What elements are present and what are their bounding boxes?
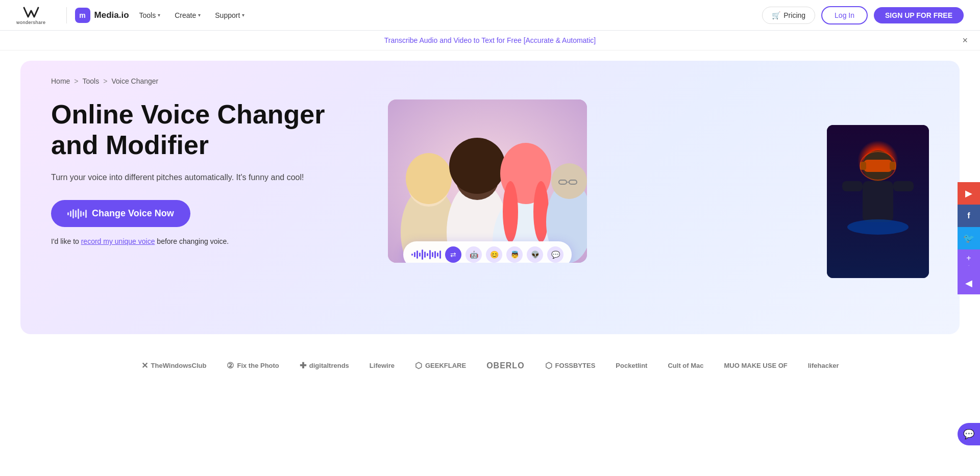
partner-lifehacker: lifehacker bbox=[808, 362, 839, 369]
tools-chevron: ▾ bbox=[158, 12, 160, 18]
facebook-button[interactable]: f bbox=[958, 205, 980, 227]
hero-description: Turn your voice into different pitches a… bbox=[51, 171, 327, 184]
hero-secondary-image bbox=[827, 125, 929, 278]
angel-icon[interactable]: 👼 bbox=[506, 246, 523, 263]
partner-muo: MUO MAKE USE OF bbox=[724, 362, 788, 369]
svg-point-10 bbox=[503, 181, 518, 242]
fix-label: Fix the Photo bbox=[237, 362, 279, 369]
partner-pocketlint: Pocketlint bbox=[616, 362, 647, 369]
facebook-icon: f bbox=[967, 211, 970, 220]
breadcrumb: Home > Tools > Voice Changer bbox=[51, 77, 929, 85]
hero-content: Online Voice Changer and Modifier Turn y… bbox=[51, 99, 929, 314]
close-announcement-button[interactable]: × bbox=[962, 35, 968, 46]
dj-visual bbox=[827, 125, 929, 278]
svg-rect-22 bbox=[863, 181, 893, 222]
lifehacker-label: lifehacker bbox=[808, 362, 839, 369]
breadcrumb-sep2: > bbox=[103, 77, 107, 85]
fossbytes-label: FOSSBYTES bbox=[555, 362, 596, 369]
muo-label: MUO MAKE USE OF bbox=[724, 362, 788, 369]
plus-icon: + bbox=[966, 254, 971, 263]
digitaltrends-label: digitaltrends bbox=[309, 362, 349, 369]
breadcrumb-tools[interactable]: Tools bbox=[83, 77, 100, 85]
windowsclub-label: TheWindowsClub bbox=[151, 362, 207, 369]
geekflare-icon: ⬡ bbox=[415, 361, 422, 370]
voice-effects-bar: ⇄ 🤖 😊 👼 👽 💬 bbox=[403, 241, 572, 263]
navbar: wondershare m Media.io Tools ▾ Create ▾ … bbox=[0, 0, 980, 31]
partner-windowsclub: ✕ TheWindowsClub bbox=[141, 361, 207, 370]
svg-point-11 bbox=[533, 181, 549, 242]
create-chevron: ▾ bbox=[198, 12, 201, 18]
hero-left: Online Voice Changer and Modifier Turn y… bbox=[51, 99, 388, 245]
partner-fix: ② Fix the Photo bbox=[227, 361, 279, 370]
change-voice-button[interactable]: Change Voice Now bbox=[51, 200, 190, 227]
pricing-button[interactable]: 🛒 Pricing bbox=[762, 7, 815, 24]
nav-tools[interactable]: Tools ▾ bbox=[133, 8, 167, 22]
svg-rect-19 bbox=[860, 162, 866, 170]
geekflare-label: GEEKFLARE bbox=[425, 362, 466, 369]
twitter-icon: 🐦 bbox=[963, 233, 974, 244]
breadcrumb-home[interactable]: Home bbox=[51, 77, 70, 85]
hero-right: ⇄ 🤖 😊 👼 👽 💬 bbox=[388, 99, 929, 314]
hero-section: Home > Tools > Voice Changer Online Voic… bbox=[20, 61, 960, 334]
digitaltrends-icon: ✚ bbox=[300, 361, 306, 370]
cultofmac-label: Cult of Mac bbox=[668, 362, 703, 369]
wondershare-text: wondershare bbox=[16, 20, 46, 25]
svg-point-6 bbox=[449, 138, 505, 194]
media-name: Media.io bbox=[94, 10, 129, 20]
wave-visualization bbox=[411, 249, 441, 260]
partner-digitaltrends: ✚ digitaltrends bbox=[300, 361, 349, 370]
wondershare-logo[interactable]: wondershare bbox=[16, 6, 46, 25]
arrow-icon: ◀ bbox=[965, 278, 972, 289]
nav-support[interactable]: Support ▾ bbox=[209, 8, 251, 22]
svg-point-25 bbox=[847, 219, 909, 235]
partner-cultofmac: Cult of Mac bbox=[668, 362, 703, 369]
windowsclub-icon: ✕ bbox=[141, 361, 148, 370]
cart-icon: 🛒 bbox=[772, 11, 780, 19]
oberlo-label: OBERLO bbox=[486, 361, 524, 370]
nav-links: Tools ▾ Create ▾ Support ▾ bbox=[133, 8, 251, 22]
svg-rect-20 bbox=[890, 162, 896, 170]
hero-main-image: ⇄ 🤖 😊 👼 👽 💬 bbox=[388, 99, 587, 263]
happy-icon[interactable]: 😊 bbox=[486, 246, 502, 263]
breadcrumb-current: Voice Changer bbox=[111, 77, 158, 85]
partner-fossbytes: ⬡ FOSSBYTES bbox=[545, 361, 596, 370]
record-link-text: I'd like to record my unique voice befor… bbox=[51, 237, 368, 245]
twitter-button[interactable]: 🐦 bbox=[958, 227, 980, 249]
announcement-bar: Transcribe Audio and Video to Text for F… bbox=[0, 31, 980, 51]
svg-rect-23 bbox=[842, 181, 863, 191]
add-label: · bbox=[968, 263, 969, 268]
svg-rect-18 bbox=[864, 160, 892, 172]
pocketlint-label: Pocketlint bbox=[616, 362, 647, 369]
lifewire-label: Lifewire bbox=[370, 362, 395, 369]
partner-oberlo: OBERLO bbox=[486, 361, 524, 370]
share-icon: ▶ bbox=[965, 188, 972, 199]
fix-icon: ② bbox=[227, 361, 234, 370]
share-button[interactable]: ▶ bbox=[958, 182, 980, 205]
arrow-button[interactable]: ◀ bbox=[958, 272, 980, 294]
waveform-icon bbox=[67, 209, 87, 219]
nav-actions: 🛒 Pricing Log In SIGN UP FOR FREE bbox=[762, 6, 964, 24]
side-social-buttons: ▶ f 🐦 + · ◀ bbox=[958, 182, 980, 294]
partner-geekflare: ⬡ GEEKFLARE bbox=[415, 361, 466, 370]
record-my-voice-link[interactable]: record my unique voice bbox=[81, 237, 155, 245]
chat-icon[interactable]: 💬 bbox=[547, 246, 564, 263]
partner-lifewire: Lifewire bbox=[370, 362, 395, 369]
fossbytes-icon: ⬡ bbox=[545, 361, 552, 370]
support-chevron: ▾ bbox=[242, 12, 244, 18]
breadcrumb-sep1: > bbox=[74, 77, 78, 85]
robot-icon[interactable]: 🤖 bbox=[465, 246, 482, 263]
media-io-logo[interactable]: m Media.io bbox=[75, 8, 129, 23]
svg-point-3 bbox=[406, 153, 452, 204]
partners-section: ✕ TheWindowsClub ② Fix the Photo ✚ digit… bbox=[0, 346, 980, 385]
add-button[interactable]: + · bbox=[958, 249, 980, 272]
media-icon: m bbox=[75, 8, 90, 23]
swap-icon[interactable]: ⇄ bbox=[445, 246, 461, 263]
alien-icon[interactable]: 👽 bbox=[527, 246, 543, 263]
nav-create[interactable]: Create ▾ bbox=[168, 8, 207, 22]
svg-rect-24 bbox=[893, 181, 914, 191]
login-button[interactable]: Log In bbox=[821, 6, 868, 24]
signup-button[interactable]: SIGN UP FOR FREE bbox=[874, 7, 964, 23]
announcement-link[interactable]: Transcribe Audio and Video to Text for F… bbox=[384, 36, 596, 44]
voice-effect-icons: ⇄ 🤖 😊 👼 👽 💬 bbox=[445, 246, 564, 263]
hero-title: Online Voice Changer and Modifier bbox=[51, 99, 368, 161]
